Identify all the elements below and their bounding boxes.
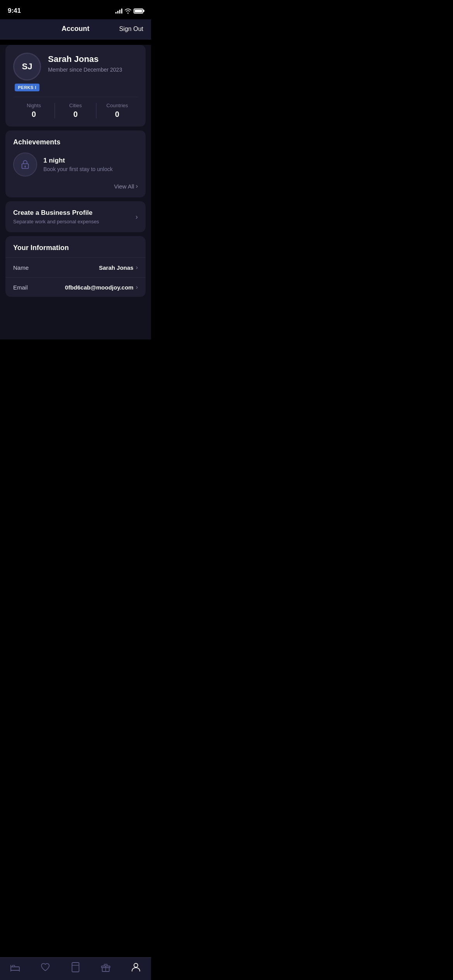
profile-card: SJ PERKS I Sarah Jonas Member since Dece…	[5, 45, 146, 127]
page-title: Account	[62, 25, 89, 33]
profile-top: SJ PERKS I Sarah Jonas Member since Dece…	[13, 53, 138, 91]
info-email-value: 0fbd6cab@moodjoy.com	[65, 284, 134, 291]
stat-cities-value: 0	[73, 110, 77, 119]
info-row-email[interactable]: Email 0fbd6cab@moodjoy.com ›	[5, 277, 146, 297]
stat-countries: Countries 0	[96, 103, 138, 119]
business-info: Create a Business Profile Separate work …	[13, 209, 131, 224]
profile-name: Sarah Jonas	[48, 54, 122, 64]
view-all-label[interactable]: View All	[114, 183, 134, 190]
your-information-title: Your Information	[5, 236, 146, 257]
your-information-card: Your Information Name Sarah Jonas › Emai…	[5, 236, 146, 297]
stat-cities: Cities 0	[55, 103, 96, 119]
stat-cities-label: Cities	[69, 103, 82, 108]
business-profile-title: Create a Business Profile	[13, 209, 131, 217]
achievement-title: 1 night	[43, 157, 138, 164]
stat-nights: Nights 0	[13, 103, 55, 119]
info-email-value-row: 0fbd6cab@moodjoy.com ›	[65, 284, 138, 291]
nav-header: Account Sign Out	[0, 19, 151, 39]
view-all-row[interactable]: View All ›	[13, 183, 138, 190]
wifi-icon	[125, 9, 131, 14]
status-time: 9:41	[8, 7, 21, 15]
main-content: SJ PERKS I Sarah Jonas Member since Dece…	[0, 45, 151, 339]
avatar: SJ	[13, 53, 41, 81]
stat-nights-label: Nights	[27, 103, 41, 108]
battery-icon	[134, 9, 143, 14]
achievements-card: Achievements 1 night Book your first sta…	[5, 130, 146, 197]
info-name-value: Sarah Jonas	[99, 264, 133, 271]
status-icons	[115, 8, 143, 14]
achievement-info: 1 night Book your first stay to unlock	[43, 157, 138, 172]
info-row-name[interactable]: Name Sarah Jonas ›	[5, 257, 146, 277]
achievement-description: Book your first stay to unlock	[43, 166, 138, 172]
achievement-icon	[13, 152, 37, 176]
info-name-label: Name	[13, 264, 29, 271]
achievements-title: Achievements	[13, 138, 138, 146]
status-bar: 9:41	[0, 0, 151, 19]
achievement-item: 1 night Book your first stay to unlock	[13, 152, 138, 176]
profile-info: Sarah Jonas Member since December 2023	[48, 53, 122, 73]
member-since: Member since December 2023	[48, 67, 122, 73]
sign-out-button[interactable]: Sign Out	[116, 26, 143, 33]
business-profile-chevron-icon: ›	[136, 213, 138, 221]
stats-row: Nights 0 Cities 0 Countries 0	[13, 97, 138, 119]
view-all-chevron-icon: ›	[136, 183, 138, 190]
info-name-value-row: Sarah Jonas ›	[99, 264, 138, 271]
lock-icon	[19, 159, 31, 170]
info-email-chevron-icon: ›	[136, 284, 138, 291]
stat-countries-label: Countries	[106, 103, 128, 108]
business-profile-description: Separate work and personal expenses	[13, 219, 131, 224]
business-profile-card[interactable]: Create a Business Profile Separate work …	[5, 201, 146, 232]
signal-icon	[115, 8, 122, 14]
avatar-section: SJ PERKS I	[13, 53, 41, 91]
info-name-chevron-icon: ›	[136, 264, 138, 271]
info-email-label: Email	[13, 284, 28, 291]
stat-nights-value: 0	[32, 110, 36, 119]
stat-countries-value: 0	[115, 110, 119, 119]
perks-badge: PERKS I	[15, 84, 39, 91]
